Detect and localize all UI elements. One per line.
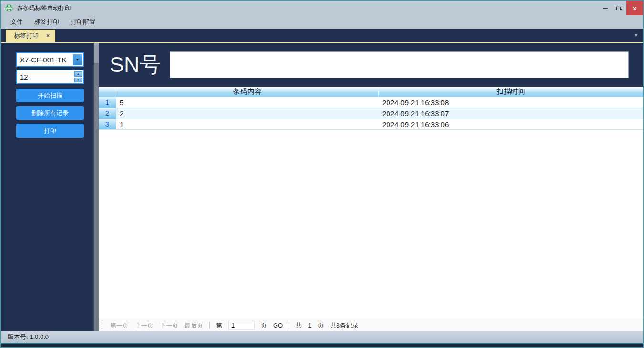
sn-input[interactable]	[170, 51, 629, 78]
count-spinner-input[interactable]	[17, 70, 73, 83]
sidebar: ▼ ▲ ▼ 开始扫描 删除所有记录 打印	[1, 43, 94, 331]
row-number-cell[interactable]: 3	[99, 119, 116, 129]
template-combobox[interactable]: ▼	[16, 52, 84, 67]
last-page-link[interactable]: 最后页	[184, 321, 203, 330]
page-number-input[interactable]	[228, 321, 255, 330]
tab-label-print[interactable]: 标签打印 ×	[6, 30, 55, 42]
page-number-prefix-label: 第	[216, 321, 222, 330]
page-number-unit-label: 页	[261, 321, 267, 330]
total-pages-unit-label: 页	[317, 321, 324, 330]
tab-close-icon[interactable]: ×	[46, 32, 50, 39]
window-controls: ×	[598, 1, 643, 15]
delete-all-records-button[interactable]: 删除所有记录	[16, 106, 84, 120]
bottom-window-edge	[1, 343, 643, 347]
restore-button[interactable]	[612, 1, 626, 15]
table-row[interactable]: 2 2 2024-09-21 16:33:07	[99, 108, 643, 119]
scan-time-header[interactable]: 扫描时间	[379, 87, 643, 97]
table-row[interactable]: 1 5 2024-09-21 16:33:08	[99, 97, 643, 108]
tabbar: 标签打印 × ▼	[1, 29, 643, 43]
scan-time-cell[interactable]: 2024-09-21 16:33:06	[379, 119, 643, 129]
tab-overflow-arrow-icon[interactable]: ▼	[634, 33, 638, 38]
close-button[interactable]: ×	[626, 1, 643, 15]
prev-page-link[interactable]: 上一页	[135, 321, 153, 330]
first-page-link[interactable]: 第一页	[110, 321, 129, 330]
start-scan-button[interactable]: 开始扫描	[16, 89, 84, 102]
total-pages-prefix-label: 共	[296, 321, 302, 330]
count-spinner[interactable]: ▲ ▼	[16, 70, 84, 84]
row-number-cell[interactable]: 2	[99, 108, 116, 119]
total-pages-value: 1	[308, 322, 311, 329]
combobox-dropdown-button[interactable]: ▼	[73, 54, 82, 65]
table-empty-space	[99, 130, 643, 319]
arrow-up-icon: ▲	[77, 72, 80, 75]
toolbar-grip[interactable]	[102, 322, 103, 329]
row-number-cell[interactable]: 1	[99, 97, 116, 108]
toolbar-separator	[209, 322, 210, 329]
scan-time-cell[interactable]: 2024-09-21 16:33:07	[379, 108, 643, 119]
spinner-up-button[interactable]: ▲	[74, 71, 82, 77]
chevron-down-icon: ▼	[76, 58, 79, 61]
scan-time-cell[interactable]: 2024-09-21 16:33:08	[379, 97, 643, 108]
table-header-row: 条码内容 扫描时间	[99, 87, 643, 97]
go-button[interactable]: GO	[273, 322, 283, 329]
print-button[interactable]: 打印	[16, 124, 84, 138]
arrow-down-icon: ▼	[77, 79, 80, 81]
toolbar-separator	[289, 322, 289, 329]
statusbar: 版本号: 1.0.0.0	[1, 331, 643, 343]
menubar: 文件 标签打印 打印配置	[1, 15, 643, 29]
minimize-button[interactable]	[598, 1, 612, 15]
menu-item-print-config[interactable]: 打印配置	[65, 15, 101, 29]
spinner-buttons: ▲ ▼	[73, 70, 83, 83]
sn-label: SN号	[110, 50, 161, 79]
spinner-down-button[interactable]: ▼	[74, 78, 82, 83]
table-row[interactable]: 3 1 2024-09-21 16:33:06	[99, 119, 643, 130]
barcode-content-header[interactable]: 条码内容	[116, 87, 379, 97]
row-number-header	[99, 87, 116, 97]
barcode-content-cell[interactable]: 1	[116, 119, 379, 129]
version-label: 版本号: 1.0.0.0	[8, 333, 49, 341]
close-icon: ×	[633, 4, 637, 12]
printer-app-icon	[5, 4, 13, 12]
next-page-link[interactable]: 下一页	[160, 321, 178, 330]
app-window: 多条码标签自动打印 × 文件 标签打印 打印配置 标签打印 × ▼	[0, 0, 644, 348]
content-area: ▼ ▲ ▼ 开始扫描 删除所有记录 打印	[1, 43, 643, 331]
main-panel: SN号 条码内容 扫描时间 1 5 2024-09-21 16:33:08 2 …	[99, 43, 643, 331]
restore-icon	[616, 6, 622, 11]
titlebar: 多条码标签自动打印 ×	[1, 1, 643, 15]
tab-label: 标签打印	[14, 31, 39, 40]
splitter-handle[interactable]	[94, 43, 99, 331]
pagination-toolbar: 第一页 上一页 下一页 最后页 第 页 GO 共 1 页 共3条记录	[99, 319, 643, 331]
menu-item-file[interactable]: 文件	[5, 15, 29, 29]
scan-records-table: 条码内容 扫描时间 1 5 2024-09-21 16:33:08 2 2 20…	[99, 87, 643, 331]
total-records-label: 共3条记录	[330, 321, 358, 330]
barcode-content-cell[interactable]: 2	[116, 108, 379, 119]
template-combobox-input[interactable]	[17, 53, 72, 66]
barcode-content-cell[interactable]: 5	[116, 97, 379, 108]
menu-item-label-print[interactable]: 标签打印	[29, 15, 65, 29]
sn-input-row: SN号	[99, 43, 643, 87]
window-title: 多条码标签自动打印	[17, 4, 71, 12]
